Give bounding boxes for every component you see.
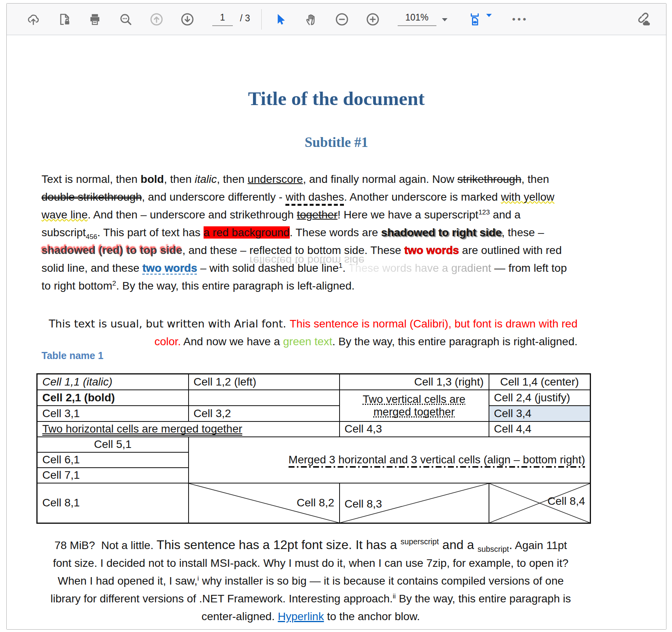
shadow-right-run: shadowed to right side [381, 226, 502, 239]
pdf-page: Title of the document Subtitle #1 Text i… [7, 35, 666, 629]
superscript-run: 123 [478, 208, 490, 216]
text-run: . By the way, this entire paragraph is l… [116, 280, 355, 292]
document-lock-icon [57, 12, 71, 26]
cell-1-3: Cell 1,3 (right) [340, 374, 489, 390]
arrow-down-circle-icon [180, 12, 195, 27]
bold-run: bold [141, 173, 164, 185]
footnote-ref-2: 2 [112, 279, 116, 287]
arial-font-run: This text is usual, but written with Ari… [49, 318, 289, 330]
zoom-in-button[interactable] [364, 10, 382, 28]
share-link-button[interactable] [633, 10, 651, 28]
demo-table: Cell 1,1 (italic) Cell 1,2 (left) Cell 1… [36, 373, 591, 524]
hand-tool-button[interactable] [302, 10, 320, 28]
superscript-word-run: superscript [400, 537, 439, 546]
zoom-level-value[interactable]: 101% [398, 12, 436, 26]
search-button[interactable] [117, 10, 135, 28]
cell-5-1: Cell 5,1 [37, 437, 189, 452]
cursor-arrow-icon [274, 13, 287, 26]
document-title: Title of the document [7, 87, 666, 110]
pdf-toolbar: 1 / 3 [7, 4, 666, 35]
document-subtitle: Subtitle #1 [7, 135, 666, 150]
save-to-cloud-button[interactable] [24, 10, 42, 28]
fit-width-icon [467, 12, 482, 27]
text-run: . These words are [290, 226, 381, 239]
zoom-out-button[interactable] [333, 10, 351, 28]
text-run: And now we have a [181, 335, 283, 348]
dashdot-underline-run: Merged 3 horizontal and 3 vertical cells… [289, 453, 585, 468]
select-tool-button[interactable] [271, 10, 289, 28]
document-properties-button[interactable] [55, 10, 73, 28]
subscript-word-run: subscript [478, 545, 509, 553]
text-run: . Another underscore is marked [344, 191, 501, 203]
chevron-down-icon[interactable] [486, 14, 492, 17]
cell-8-1: Cell 8,1 [37, 483, 189, 523]
cell-6-1: Cell 6,1 [37, 452, 189, 468]
printer-icon [88, 12, 102, 26]
cell-8-3: Cell 8,3 [340, 483, 489, 523]
cell-7-1: Cell 7,1 [37, 468, 189, 483]
table-row: Cell 8,1 Cell 8,2 Cell 8,3 Cell 8,4 [37, 483, 591, 523]
text-run: , and finally normal again. Now [303, 173, 457, 185]
cell-merged-vertical: Two vertical cells are merged together [340, 390, 489, 421]
page-number-input[interactable]: 1 [212, 12, 233, 26]
page-count-label: / 3 [240, 13, 250, 26]
italic-run: italic [195, 173, 217, 185]
cell-3-4: Cell 3,4 [489, 406, 591, 421]
blue-dashed-outline-run: two words [142, 262, 197, 274]
cell-4-4: Cell 4,4 [489, 421, 591, 437]
table-row: Two horizontal cells are merged together… [37, 421, 591, 437]
text-run: , these – [502, 226, 544, 239]
chevron-down-icon[interactable] [442, 18, 447, 21]
fit-width-button[interactable] [466, 10, 484, 28]
text-run: . These [364, 244, 404, 256]
cell-1-2: Cell 1,2 (left) [189, 374, 340, 390]
text-run: . And then – underscore and strikethroug… [88, 209, 297, 221]
arrow-up-circle-icon [149, 12, 164, 27]
text-run: . [342, 262, 348, 274]
underline-run: underscore [247, 173, 303, 185]
double-strikethrough-run: double strikethrough [42, 191, 142, 203]
cell-1-4: Cell 1,4 (center) [489, 374, 591, 390]
cell-text: Cell 8,2 [297, 497, 334, 509]
text-run: – with solid dashed blue line [197, 262, 339, 274]
underline-strikethrough-run: together [297, 209, 338, 221]
next-page-button[interactable] [178, 10, 196, 28]
red-outline-run: two words [404, 244, 459, 256]
zoom-level-control[interactable]: 101% [398, 12, 447, 26]
text-run: , then [164, 173, 195, 185]
strikethrough-run: strikethrough [457, 173, 521, 185]
cell-merged-block: Merged 3 horizontal and 3 vertical cells… [189, 437, 591, 483]
more-options-button[interactable]: ••• [512, 14, 528, 25]
cell-2-4: Cell 2,4 (justify) [489, 390, 591, 406]
cell-3-1: Cell 3,1 [37, 406, 189, 421]
hand-icon [304, 12, 318, 26]
cell-merged-horizontal: Two horizontal cells are merged together [37, 421, 340, 437]
table-row: Cell 5,1 Merged 3 horizontal and 3 verti… [37, 437, 591, 452]
subscript-run: 456 [86, 233, 97, 241]
text-run: , then [521, 173, 549, 185]
previous-page-button[interactable] [147, 10, 166, 28]
hyperlink[interactable]: Hyperlink [278, 610, 324, 623]
12pt-run: This sentence has a 12pt font size. It h… [157, 538, 400, 552]
page-navigation: 1 / 3 [212, 12, 250, 26]
table-row: Cell 2,1 (bold) Two vertical cells are m… [37, 390, 591, 406]
text-run: . This part of text has [97, 226, 204, 239]
text-run: 78 MiB? Not a little. [55, 539, 157, 551]
cell-text: Cell 8,3 [345, 498, 382, 510]
cell-text: Cell 8,1 [42, 497, 80, 509]
cell-3-2: Cell 3,2 [189, 406, 340, 421]
red-background-run: a red background [204, 226, 290, 239]
double-underline-run: Two horizontal cells are merged together [42, 423, 242, 435]
reflected-run: reflected to bottom side [249, 241, 364, 259]
table-row: Cell 1,1 (italic) Cell 1,2 (left) Cell 1… [37, 374, 591, 390]
gradient-text-run: These words have a gradient [348, 262, 491, 274]
print-button[interactable] [86, 10, 104, 28]
text-run: , and these – [182, 244, 249, 256]
text-run: , then [217, 173, 248, 185]
viewer-window: 1 / 3 [6, 3, 666, 630]
12pt-run: and a [439, 538, 478, 552]
paragraph-sizes-demo: 78 MiB? Not a little. This sentence has … [44, 536, 577, 625]
paragraph-formatting-demo: Text is normal, then bold, then italic, … [42, 170, 578, 295]
toolbar-separator [261, 9, 262, 30]
12pt-run: . [509, 538, 512, 552]
